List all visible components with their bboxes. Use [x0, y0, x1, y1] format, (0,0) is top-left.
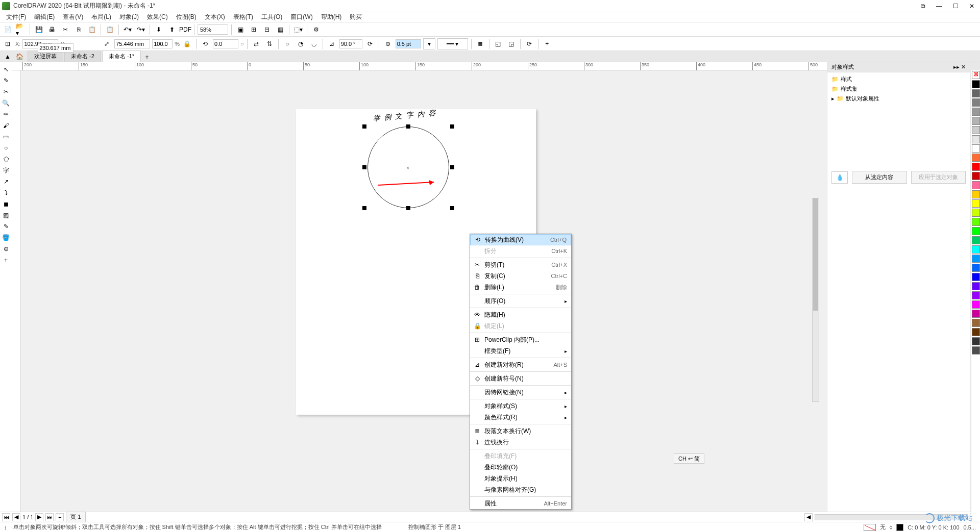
swatch-0099ff[interactable]	[972, 255, 980, 263]
ellipse-icon[interactable]: ○	[282, 38, 293, 49]
angle1-input[interactable]	[339, 39, 362, 48]
swatch-4d4d4d[interactable]	[972, 346, 980, 355]
close-icon[interactable]: ✕	[966, 2, 978, 11]
mirror-v-icon[interactable]: ⇅	[264, 38, 275, 49]
clipboard-button[interactable]: 📋	[104, 24, 115, 35]
export-button[interactable]: ⬆	[166, 24, 178, 35]
open-button[interactable]: 📂▾	[15, 24, 27, 35]
artistic-media-tool[interactable]: 🖌	[1, 120, 11, 131]
ctx-隐藏H[interactable]: 👁隐藏(H)	[470, 309, 571, 320]
swatch-0000ff[interactable]	[972, 273, 980, 281]
swatch-666666[interactable]	[972, 89, 980, 97]
connector-tool[interactable]: ⤵	[1, 188, 11, 198]
swatch-808080[interactable]	[972, 98, 980, 107]
outline-swatch[interactable]: ◊	[890, 524, 892, 530]
last-page-button[interactable]: ⏭	[45, 513, 54, 521]
swatch-999999[interactable]	[972, 108, 980, 116]
ctx-PowerClip内部P[interactable]: ⊞PowerClip 内部(P)...	[470, 334, 571, 345]
guides-button[interactable]: ▦	[275, 24, 286, 35]
ctx-因特网链接N[interactable]: 因特网链接(N)▸	[470, 387, 571, 398]
style-item-2[interactable]: ▸ 📁 默认对象属性	[829, 94, 968, 104]
zoom-input[interactable]	[198, 24, 228, 35]
menu-w[interactable]: 窗口(W)	[286, 12, 316, 22]
swatch-996633[interactable]	[972, 319, 980, 327]
origin-icon[interactable]: ⊡	[2, 38, 13, 49]
paste-button[interactable]: 📋	[86, 24, 97, 35]
import-button[interactable]: ⬇	[153, 24, 164, 35]
cut-button[interactable]: ✂	[60, 24, 71, 35]
ctx-连线换行[interactable]: ⤵连线换行	[470, 437, 571, 448]
handle-bl[interactable]	[362, 206, 366, 210]
zoom-tool[interactable]: 🔍	[1, 98, 11, 108]
canvas-area[interactable]: 2001501005005010015020025030035040045050…	[12, 62, 827, 512]
save-button[interactable]: 💾	[33, 24, 44, 35]
menu-f[interactable]: 文件(F)	[2, 12, 30, 22]
swatch-ff6699[interactable]	[972, 181, 980, 189]
freehand-tool[interactable]: ✏	[1, 109, 11, 119]
options-button[interactable]: ⚙	[310, 24, 322, 35]
snap-button[interactable]: ⬚▾	[292, 24, 304, 35]
vertical-scrollbar[interactable]	[812, 198, 819, 402]
ctx-叠印轮廓O[interactable]: 叠印轮廓(O)	[470, 462, 571, 473]
copy-button[interactable]: ⎘	[73, 24, 84, 35]
eyedropper-button[interactable]: 💧	[831, 171, 848, 184]
outline-color-swatch[interactable]	[896, 524, 903, 531]
width-input[interactable]	[114, 39, 150, 48]
handle-ml[interactable]	[362, 165, 366, 169]
hscroll-left[interactable]: ◀	[804, 513, 813, 521]
menu-c[interactable]: 效果(C)	[143, 12, 172, 22]
ctx-属性[interactable]: 属性Alt+Enter	[470, 498, 571, 509]
swatch-663300[interactable]	[972, 328, 980, 336]
menu-e[interactable]: 编辑(E)	[30, 12, 59, 22]
outline-width-dropdown[interactable]: ▾	[423, 38, 435, 49]
swatch-ff6b35[interactable]	[972, 154, 980, 162]
menu-b[interactable]: 位图(B)	[172, 12, 201, 22]
prev-page-button[interactable]: ◀	[12, 513, 20, 521]
swatch-ffcc00[interactable]	[972, 190, 980, 198]
ctx-段落文本换行W[interactable]: ≣段落文本换行(W)	[470, 425, 571, 437]
swatch-b3b3b3[interactable]	[972, 117, 980, 125]
doc-tab-2[interactable]: 未命名 -1*	[102, 50, 141, 62]
from-selection-button[interactable]: 从选定内容	[852, 171, 907, 184]
selected-ellipse[interactable]: 举例文字内容 ×	[368, 127, 449, 208]
text-tool[interactable]: 字	[1, 165, 11, 175]
swatch-66ff00[interactable]	[972, 218, 980, 226]
handle-tm[interactable]	[406, 124, 410, 129]
swatch-nofill[interactable]: ⊠	[972, 71, 980, 79]
back-icon[interactable]: ◲	[506, 38, 517, 49]
shape-tool[interactable]: ✎	[1, 75, 11, 86]
swatch-ccff00[interactable]	[972, 209, 980, 217]
menu-t[interactable]: 表格(T)	[229, 12, 257, 22]
maximize-icon[interactable]: ☐	[949, 2, 962, 11]
handle-tl[interactable]	[362, 124, 366, 129]
menu-j[interactable]: 对象(J)	[115, 12, 143, 22]
menu-[interactable]: 购买	[346, 12, 366, 22]
new-tab-button[interactable]: +	[142, 53, 152, 62]
handle-tr[interactable]	[450, 124, 454, 129]
parallel-dim-tool[interactable]: ↗	[1, 176, 11, 187]
eyedropper-tool[interactable]: ✎	[1, 221, 11, 232]
front-icon[interactable]: ◱	[493, 38, 504, 49]
rectangle-tool[interactable]: ▭	[1, 132, 11, 142]
pdf-button[interactable]: PDF	[180, 24, 191, 35]
scrollbar-thumb[interactable]	[813, 198, 818, 311]
add-tool-button[interactable]: +	[1, 255, 11, 265]
swatch-cc0000[interactable]	[972, 172, 980, 180]
minimize-icon[interactable]: —	[933, 2, 945, 11]
outline-width-input[interactable]	[396, 39, 421, 48]
ellipse-tool[interactable]: ○	[1, 143, 11, 153]
rotation-input[interactable]	[213, 39, 238, 48]
swatch-ffff00[interactable]	[972, 199, 980, 208]
direction-icon[interactable]: ⟳	[364, 38, 376, 49]
ctx-创建新符号N[interactable]: ◇创建新符号(N)	[470, 373, 571, 384]
menu-x[interactable]: 文本(X)	[201, 12, 229, 22]
swatch-333333[interactable]	[972, 337, 980, 345]
redo-button[interactable]: ↷▾	[135, 24, 146, 35]
pick-tool-icon[interactable]: ▲	[2, 51, 13, 62]
ctx-颜色样式R[interactable]: 颜色样式(R)▸	[470, 412, 571, 423]
menu-o[interactable]: 工具(O)	[257, 12, 286, 22]
ctx-对象提示H[interactable]: 对象提示(H)	[470, 473, 571, 484]
swatch-ff00ff[interactable]	[972, 300, 980, 309]
swatch-cc0099[interactable]	[972, 310, 980, 318]
swatch-00ffff[interactable]	[972, 245, 980, 254]
